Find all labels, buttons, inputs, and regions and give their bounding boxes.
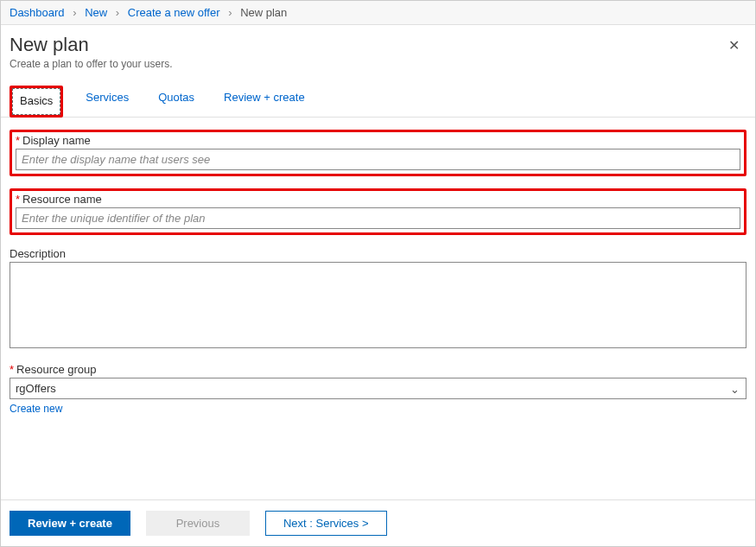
page-header: New plan Create a plan to offer to your … xyxy=(1,25,755,77)
display-name-label: *Display name xyxy=(16,134,740,147)
description-label: Description xyxy=(10,247,746,260)
close-button[interactable]: ✕ xyxy=(725,34,743,57)
chevron-right-icon: › xyxy=(116,6,119,19)
required-icon: * xyxy=(16,134,20,147)
required-icon: * xyxy=(10,363,14,376)
resource-name-input[interactable] xyxy=(16,207,740,229)
description-input[interactable] xyxy=(10,262,746,348)
review-create-button[interactable]: Review + create xyxy=(10,511,130,536)
display-name-input[interactable] xyxy=(16,149,740,170)
chevron-right-icon: › xyxy=(73,6,76,19)
field-display-name: *Display name xyxy=(10,130,746,176)
breadcrumb-new[interactable]: New xyxy=(85,6,107,19)
field-description: Description xyxy=(10,247,746,351)
page-subtitle: Create a plan to offer to your users. xyxy=(10,58,173,70)
field-resource-group: *Resource group rgOffers ⌄ Create new xyxy=(10,363,746,415)
breadcrumb-current: New plan xyxy=(240,6,287,19)
tab-review[interactable]: Review + create xyxy=(217,86,312,117)
breadcrumb: Dashboard › New › Create a new offer › N… xyxy=(1,1,755,25)
resource-group-label: *Resource group xyxy=(10,363,746,376)
resource-group-select[interactable]: rgOffers xyxy=(10,378,746,399)
next-button[interactable]: Next : Services > xyxy=(265,511,387,536)
close-icon: ✕ xyxy=(728,38,740,53)
tab-services[interactable]: Services xyxy=(79,86,136,117)
tab-basics[interactable]: Basics xyxy=(12,88,60,115)
create-new-link[interactable]: Create new xyxy=(10,403,62,415)
breadcrumb-create-offer[interactable]: Create a new offer xyxy=(128,6,220,19)
breadcrumb-dashboard[interactable]: Dashboard xyxy=(10,6,65,19)
resource-name-label: *Resource name xyxy=(16,193,740,206)
required-icon: * xyxy=(16,193,20,206)
tab-bar: Basics Services Quotas Review + create xyxy=(1,77,755,118)
page-title: New plan xyxy=(10,34,173,56)
field-resource-name: *Resource name xyxy=(10,188,746,235)
form-body: *Display name *Resource name Description… xyxy=(1,118,755,499)
footer-bar: Review + create Previous Next : Services… xyxy=(1,499,755,546)
tab-quotas[interactable]: Quotas xyxy=(151,86,201,117)
chevron-right-icon: › xyxy=(228,6,232,19)
highlight-box: Basics xyxy=(10,86,63,118)
previous-button[interactable]: Previous xyxy=(146,511,250,536)
